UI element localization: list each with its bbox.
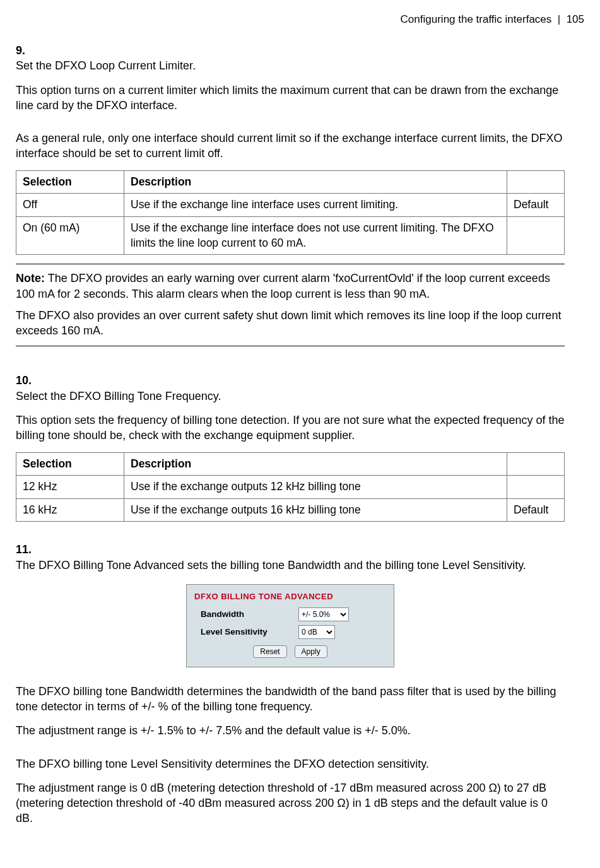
paragraph: The adjustment range is 0 dB (metering d…: [16, 780, 565, 826]
step-number: 9.: [16, 43, 33, 58]
header-page: 105: [567, 13, 584, 25]
page-header: Configuring the traffic interfaces | 105: [16, 13, 584, 27]
level-sensitivity-select[interactable]: 0 dB: [298, 625, 335, 639]
note-paragraph: Note: The DFXO provides an early warning…: [16, 271, 565, 302]
col-description: Description: [124, 452, 507, 476]
table-header-row: Selection Description: [16, 452, 565, 476]
note-text: The DFXO provides an early warning over …: [16, 272, 550, 300]
step-number: 10.: [16, 373, 33, 388]
note-label: Note:: [16, 272, 45, 284]
cell: Use if the exchange outputs 12 kHz billi…: [124, 476, 507, 499]
reset-button[interactable]: Reset: [253, 645, 286, 658]
note-paragraph: The DFXO also provides an over current s…: [16, 308, 565, 339]
step-10: 10. Select the DFXO Billing Tone Frequen…: [16, 373, 584, 531]
cell: Use if the exchange outputs 16 kHz billi…: [124, 498, 507, 522]
paragraph: This option sets the frequency of billin…: [16, 413, 565, 443]
paragraph: The DFXO billing tone Level Sensitivity …: [16, 756, 565, 771]
bandwidth-select[interactable]: +/- 5.0%: [298, 607, 349, 621]
table-header-row: Selection Description: [16, 170, 565, 194]
col-default: [507, 170, 565, 194]
cell: 12 kHz: [16, 476, 124, 499]
table-row: 12 kHz Use if the exchange outputs 12 kH…: [16, 476, 565, 499]
apply-button[interactable]: Apply: [295, 645, 327, 658]
step-title: Set the DFXO Loop Current Limiter.: [16, 58, 565, 73]
level-sensitivity-row: Level Sensitivity 0 dB: [194, 625, 386, 639]
col-description: Description: [124, 170, 507, 194]
step-title: Select the DFXO Billing Tone Frequency.: [16, 389, 565, 404]
paragraph: As a general rule, only one interface sh…: [16, 131, 565, 161]
col-default: [507, 452, 565, 476]
cell: Off: [16, 194, 124, 217]
header-sep: |: [558, 13, 560, 25]
cell: On (60 mA): [16, 216, 124, 254]
bandwidth-label: Bandwidth: [194, 609, 298, 620]
paragraph: The adjustment range is +/- 1.5% to +/- …: [16, 723, 565, 738]
loop-current-table: Selection Description Off Use if the exc…: [16, 170, 565, 255]
billing-tone-freq-table: Selection Description 12 kHz Use if the …: [16, 452, 565, 522]
step-9: 9. Set the DFXO Loop Current Limiter. Th…: [16, 43, 584, 361]
header-section: Configuring the traffic interfaces: [401, 13, 552, 25]
cell: 16 kHz: [16, 498, 124, 522]
note-block: Note: The DFXO provides an early warning…: [16, 264, 565, 346]
panel-title: DFXO BILLING TONE ADVANCED: [194, 591, 386, 602]
billing-tone-advanced-panel: DFXO BILLING TONE ADVANCED Bandwidth +/-…: [186, 584, 394, 667]
col-selection: Selection: [16, 170, 124, 194]
table-row: Off Use if the exchange line interface u…: [16, 194, 565, 217]
bandwidth-row: Bandwidth +/- 5.0%: [194, 607, 386, 621]
paragraph: This option turns on a current limiter w…: [16, 83, 565, 114]
col-selection: Selection: [16, 452, 124, 476]
step-number: 11.: [16, 542, 33, 557]
step-title: The DFXO Billing Tone Advanced sets the …: [16, 558, 565, 573]
level-sensitivity-label: Level Sensitivity: [194, 626, 298, 638]
cell: [507, 216, 565, 254]
cell: Use if the exchange line interface uses …: [124, 194, 507, 217]
table-row: 16 kHz Use if the exchange outputs 16 kH…: [16, 498, 565, 522]
step-11: 11. The DFXO Billing Tone Advanced sets …: [16, 542, 584, 835]
table-row: On (60 mA) Use if the exchange line inte…: [16, 216, 565, 254]
cell: Use if the exchange line interface does …: [124, 216, 507, 254]
cell: Default: [507, 194, 565, 217]
paragraph: The DFXO billing tone Bandwidth determin…: [16, 684, 565, 715]
cell: [507, 476, 565, 499]
cell: Default: [507, 498, 565, 522]
